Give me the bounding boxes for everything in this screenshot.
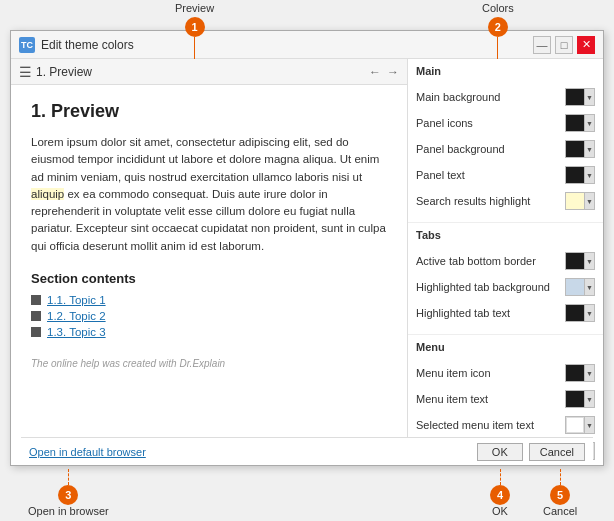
swatch-panel-background <box>566 141 584 157</box>
label-selected-menu-text: Selected menu item text <box>416 419 565 431</box>
open-browser-link[interactable]: Open in default browser <box>29 446 146 458</box>
dialog: TC Edit theme colors — □ ✕ ☰ 1. Preview … <box>10 30 604 466</box>
label-panel-text: Panel text <box>416 169 565 181</box>
picker-highlighted-tab-text[interactable]: ▼ <box>565 304 595 322</box>
arrow-main-background[interactable]: ▼ <box>584 89 594 105</box>
preview-footer: The online help was created with Dr.Expl… <box>31 358 387 369</box>
callout-preview-line <box>194 37 195 59</box>
section-menu-title: Menu <box>416 341 595 356</box>
callout-circle-3: 3 <box>58 485 78 505</box>
color-row-menu-item-icon: Menu item icon ▼ <box>416 362 595 384</box>
swatch-active-tab-border <box>566 253 584 269</box>
swatch-menu-item-icon <box>566 365 584 381</box>
dialog-body: ☰ 1. Preview ← → 1. Preview Lorem ipsum … <box>11 59 603 465</box>
label-highlighted-tab-text: Highlighted tab text <box>416 307 565 319</box>
callout-line-3 <box>68 469 69 485</box>
label-panel-background: Panel background <box>416 143 565 155</box>
picker-active-tab-border[interactable]: ▼ <box>565 252 595 270</box>
picker-menu-item-icon[interactable]: ▼ <box>565 364 595 382</box>
swatch-menu-item-text <box>566 391 584 407</box>
bottom-callouts-area: 3 Open in browser 4 OK 5 Cancel <box>0 466 614 521</box>
color-row-panel-background: Panel background ▼ <box>416 138 595 160</box>
toc-icon-3 <box>31 327 41 337</box>
dialog-controls: — □ ✕ <box>533 36 595 54</box>
toc-icon-2 <box>31 311 41 321</box>
picker-panel-icons[interactable]: ▼ <box>565 114 595 132</box>
hamburger-icon[interactable]: ☰ <box>19 64 32 80</box>
callout-colors-number: 2 <box>488 17 508 37</box>
section-contents: Section contents 1.1. Topic 1 1.2. Topic… <box>31 271 387 338</box>
callout-label-3: Open in browser <box>28 505 109 517</box>
cancel-button[interactable]: Cancel <box>529 443 585 461</box>
label-search-highlight: Search results highlight <box>416 195 565 207</box>
preview-panel: ☰ 1. Preview ← → 1. Preview Lorem ipsum … <box>11 59 408 465</box>
label-highlighted-tab-bg: Highlighted tab background <box>416 281 565 293</box>
swatch-highlighted-tab-bg <box>566 279 584 295</box>
toc-link-1[interactable]: 1.1. Topic 1 <box>47 294 106 306</box>
toc-link-2[interactable]: 1.2. Topic 2 <box>47 310 106 322</box>
arrow-highlighted-tab-bg[interactable]: ▼ <box>584 279 594 295</box>
ok-button[interactable]: OK <box>477 443 523 461</box>
color-row-panel-icons: Panel icons ▼ <box>416 112 595 134</box>
preview-nav: ← → <box>369 65 399 79</box>
label-active-tab-border: Active tab bottom border <box>416 255 565 267</box>
callout-line-4 <box>500 469 501 485</box>
toc-item-1: 1.1. Topic 1 <box>31 294 387 306</box>
callout-line-5 <box>560 469 561 485</box>
arrow-panel-text[interactable]: ▼ <box>584 167 594 183</box>
close-button[interactable]: ✕ <box>577 36 595 54</box>
arrow-active-tab-border[interactable]: ▼ <box>584 253 594 269</box>
nav-right-arrow[interactable]: → <box>387 65 399 79</box>
minimize-button[interactable]: — <box>533 36 551 54</box>
dialog-title: Edit theme colors <box>41 38 134 52</box>
callout-circle-5: 5 <box>550 485 570 505</box>
dialog-title-left: TC Edit theme colors <box>19 37 134 53</box>
arrow-panel-background[interactable]: ▼ <box>584 141 594 157</box>
picker-search-highlight[interactable]: ▼ <box>565 192 595 210</box>
callout-open-browser: 3 Open in browser <box>28 469 109 517</box>
picker-panel-text[interactable]: ▼ <box>565 166 595 184</box>
label-main-background: Main background <box>416 91 565 103</box>
swatch-panel-text <box>566 167 584 183</box>
callout-preview: Preview 1 <box>175 2 214 59</box>
label-menu-item-text: Menu item text <box>416 393 565 405</box>
section-tabs-title: Tabs <box>416 229 595 244</box>
color-row-active-tab-border: Active tab bottom border ▼ <box>416 250 595 272</box>
arrow-highlighted-tab-text[interactable]: ▼ <box>584 305 594 321</box>
arrow-panel-icons[interactable]: ▼ <box>584 115 594 131</box>
nav-left-arrow[interactable]: ← <box>369 65 381 79</box>
arrow-menu-item-text[interactable]: ▼ <box>584 391 594 407</box>
swatch-panel-icons <box>566 115 584 131</box>
toc-item-3: 1.3. Topic 3 <box>31 326 387 338</box>
preview-body: Lorem ipsum dolor sit amet, consectetur … <box>31 134 387 255</box>
preview-toolbar-left: ☰ 1. Preview <box>19 64 92 80</box>
maximize-button[interactable]: □ <box>555 36 573 54</box>
swatch-search-highlight <box>566 193 584 209</box>
callout-ok: 4 OK <box>490 469 510 517</box>
dialog-titlebar: TC Edit theme colors — □ ✕ <box>11 31 603 59</box>
preview-heading: 1. Preview <box>31 101 387 122</box>
callout-cancel: 5 Cancel <box>543 469 577 517</box>
arrow-menu-item-icon[interactable]: ▼ <box>584 365 594 381</box>
callout-preview-label: Preview <box>175 2 214 14</box>
swatch-highlighted-tab-text <box>566 305 584 321</box>
arrow-search-highlight[interactable]: ▼ <box>584 193 594 209</box>
color-row-main-background: Main background ▼ <box>416 86 595 108</box>
toc-link-3[interactable]: 1.3. Topic 3 <box>47 326 106 338</box>
color-row-selected-menu-text: Selected menu item text ▼ <box>416 414 595 436</box>
callout-colors-line <box>497 37 498 59</box>
picker-panel-background[interactable]: ▼ <box>565 140 595 158</box>
color-row-panel-text: Panel text ▼ <box>416 164 595 186</box>
callout-label-4: OK <box>492 505 508 517</box>
picker-main-background[interactable]: ▼ <box>565 88 595 106</box>
toc-icon-1 <box>31 295 41 305</box>
swatch-main-background <box>566 89 584 105</box>
label-menu-item-icon: Menu item icon <box>416 367 565 379</box>
picker-menu-item-text[interactable]: ▼ <box>565 390 595 408</box>
arrow-selected-menu-text[interactable]: ▼ <box>584 417 594 433</box>
picker-highlighted-tab-bg[interactable]: ▼ <box>565 278 595 296</box>
swatch-selected-menu-text <box>566 417 584 433</box>
section-main-title: Main <box>416 65 595 80</box>
toc-item-2: 1.2. Topic 2 <box>31 310 387 322</box>
picker-selected-menu-text[interactable]: ▼ <box>565 416 595 434</box>
